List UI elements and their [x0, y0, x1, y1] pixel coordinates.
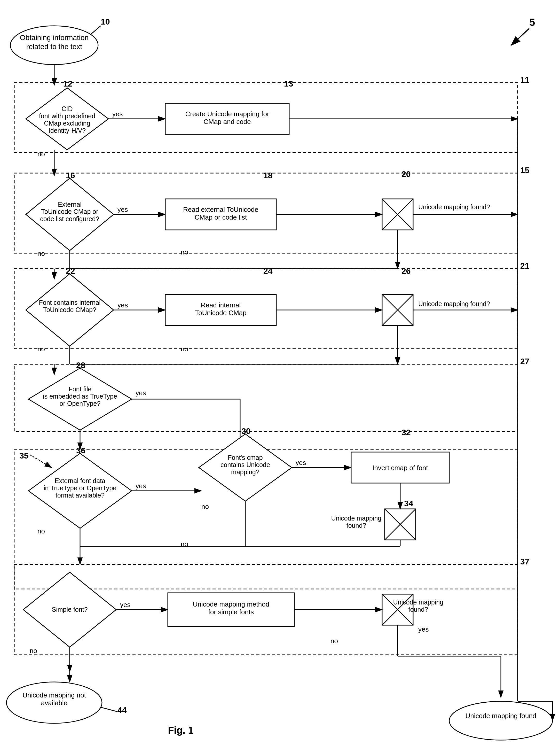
b3-line2: ToUnicode CMap	[195, 309, 246, 317]
label-5: 5	[529, 17, 535, 28]
b5-line1: Unicode mapping method	[193, 600, 269, 608]
d2-line2: ToUnicode CMap or	[41, 208, 98, 215]
b2-line1: Read external ToUnicode	[183, 206, 258, 214]
label-32: 32	[401, 428, 411, 437]
b5-line2: for simple fonts	[208, 608, 254, 616]
d2-no-bottom: no	[181, 248, 188, 256]
x4-no: no	[330, 637, 338, 645]
label-34: 34	[404, 499, 413, 508]
d3-yes: yes	[117, 301, 128, 309]
start-label-line1: Obtaining information	[20, 34, 89, 41]
d5-line2: in TrueType or OpenType	[44, 484, 116, 492]
b4-label: Invert cmap of font	[372, 464, 428, 472]
label-15: 15	[520, 166, 529, 175]
end-yes-label: Unicode mapping found	[465, 712, 536, 720]
d4-line3: or OpenType?	[60, 400, 100, 407]
d6-no: no	[201, 503, 209, 511]
x3-label: Unicode mapping	[331, 515, 382, 522]
d1-line4: Identity-H/V?	[48, 127, 86, 134]
d7-label: Simple font?	[52, 606, 88, 613]
start-label-line2: related to the text	[26, 43, 82, 51]
label-13: 13	[284, 79, 293, 88]
d1-yes: yes	[112, 110, 123, 118]
label-21: 21	[520, 261, 529, 270]
x4-yes: yes	[418, 625, 429, 633]
label-37: 37	[520, 557, 529, 566]
b1-line1: Create Unicode mapping for	[185, 110, 269, 118]
x4-label1: Unicode mapping	[393, 598, 444, 606]
label-35: 35	[20, 451, 29, 460]
d4-yes: yes	[136, 389, 146, 397]
d6-line2: contains Unicode	[220, 461, 270, 468]
fig-label: Fig. 1	[168, 725, 194, 736]
d5-line1: External font data	[55, 477, 105, 484]
flowchart-svg: 10 Obtaining information related to the …	[0, 0, 560, 745]
d3-line1: Font contains internal	[39, 299, 100, 306]
end-no-line2: available	[41, 699, 68, 707]
label-44: 44	[117, 706, 127, 715]
b3-line1: Read internal	[201, 301, 241, 309]
d7-no: no	[30, 647, 37, 655]
d3-no: no	[37, 345, 45, 353]
label-12: 12	[63, 79, 73, 88]
d1-line2: font with predefined	[39, 112, 95, 120]
label-10: 10	[101, 17, 110, 26]
b1-line2: CMap and code	[204, 118, 251, 126]
d2-line3: code list configured?	[40, 215, 99, 222]
d2-yes: yes	[117, 206, 128, 214]
label-20: 20	[401, 169, 411, 179]
b2-line2: CMap or code list	[195, 214, 247, 221]
x2-label: Unicode mapping found?	[418, 300, 490, 307]
d2-line1: External	[58, 201, 81, 208]
d1-no: no	[37, 150, 45, 158]
x4-label2: found?	[409, 606, 428, 613]
d6-line1: Font's cmap	[228, 454, 262, 461]
d5-yes: yes	[136, 482, 146, 490]
label-24: 24	[264, 266, 273, 276]
d5-no: no	[37, 527, 45, 535]
label-26: 26	[401, 266, 411, 276]
end-no-line1: Unicode mapping not	[23, 691, 86, 699]
d1-line1: CID	[62, 105, 73, 112]
d3-line2: ToUnicode CMap?	[43, 306, 96, 313]
svg-point-75	[449, 701, 553, 740]
x3-label2: found?	[347, 522, 366, 529]
d6-line3: mapping?	[231, 468, 259, 476]
label-18: 18	[264, 171, 273, 180]
x2-no: no	[181, 345, 188, 353]
label-11: 11	[520, 75, 529, 85]
x1-label: Unicode mapping found?	[418, 203, 490, 210]
d7-yes: yes	[120, 601, 130, 609]
d1-line3: CMap excluding	[44, 120, 90, 127]
d6-yes: yes	[295, 459, 306, 466]
d4-line2: is embedded as TrueType	[43, 393, 117, 400]
label-27: 27	[520, 357, 529, 366]
d4-line1: Font file	[69, 385, 92, 393]
d2-no-label: no	[37, 250, 45, 257]
d5-line3: format available?	[56, 492, 105, 499]
